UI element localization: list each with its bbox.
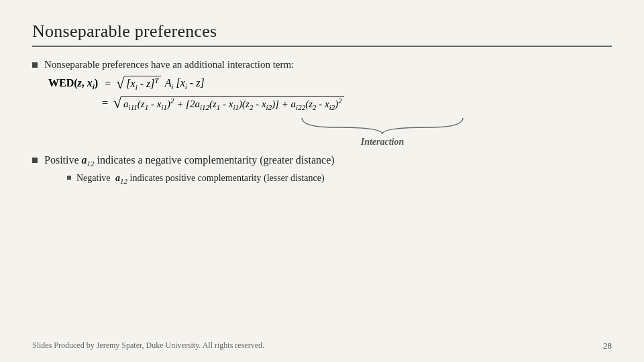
bullet-1-text: Nonseparable preferences have an additio… xyxy=(44,59,294,70)
footer: Slides Produced by Jeremy Spater, Duke U… xyxy=(0,341,644,351)
bullet-2-text: Positive a12 indicates a negative comple… xyxy=(44,154,335,168)
formula-row-1: WED(z, xi) = √ [xi - z]T Ai [xi - z] xyxy=(48,76,612,92)
formula-matrix: Ai xyxy=(165,77,174,90)
formula-wed-label: WED(z, xi) xyxy=(48,77,98,90)
bullet-square-sub xyxy=(67,176,71,180)
brace-svg xyxy=(295,117,470,135)
formula-full-content: ai11(z1 - xi1)2 + [2ai12(z1 - xi1)(z2 - … xyxy=(121,96,344,111)
formula-sqrt-2: √ xyxy=(113,96,121,111)
bullet-2: Positive a12 indicates a negative comple… xyxy=(32,154,612,168)
interaction-label: Interaction xyxy=(361,137,405,147)
title-area: Nonseparable preferences xyxy=(32,21,612,47)
sub-bullet: Negative a12 indicates positive compleme… xyxy=(67,173,612,185)
slide: Nonseparable preferences Nonseparable pr… xyxy=(0,0,644,362)
page-number: 28 xyxy=(603,341,612,351)
formula-container: WED(z, xi) = √ [xi - z]T Ai [xi - z] = √… xyxy=(48,76,612,111)
formula-sqrt-content-1: [xi - z]T xyxy=(124,76,160,92)
formula-row-2: = √ ai11(z1 - xi1)2 + [2ai12(z1 - xi1)(z… xyxy=(102,96,612,111)
bullet-1: Nonseparable preferences have an additio… xyxy=(32,59,612,70)
interaction-container: Interaction xyxy=(153,117,612,147)
sub-bullet-text: Negative a12 indicates positive compleme… xyxy=(76,173,325,185)
bullet-square-1 xyxy=(32,62,38,68)
formula-bracket-end: [xi - z] xyxy=(176,77,204,90)
formula-equals-1: = xyxy=(105,78,111,90)
bullet-square-2 xyxy=(32,158,38,163)
formula-equals-2: = xyxy=(102,97,108,109)
formula-sqrt-1: √ xyxy=(116,76,124,91)
title-divider xyxy=(32,46,612,47)
footer-credit: Slides Produced by Jeremy Spater, Duke U… xyxy=(32,341,264,351)
slide-title: Nonseparable preferences xyxy=(32,21,612,42)
